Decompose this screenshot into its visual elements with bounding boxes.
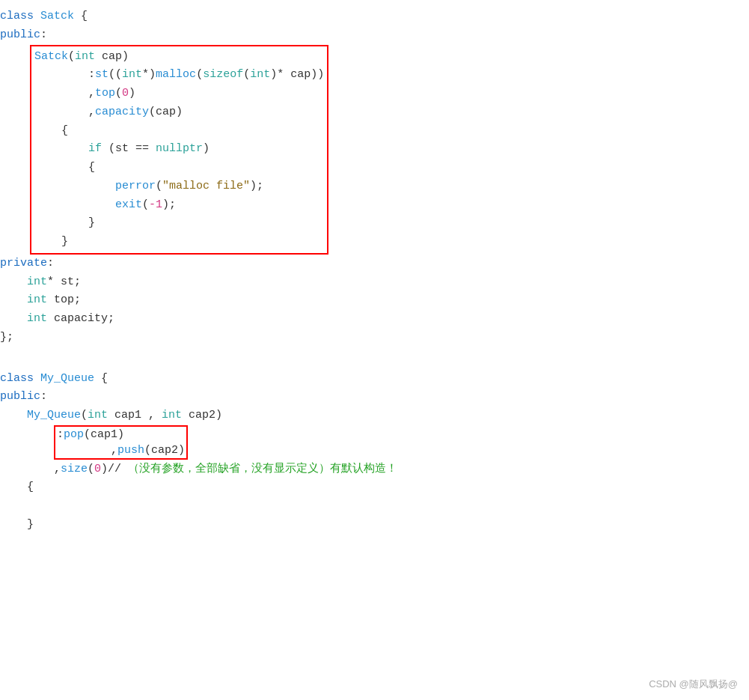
satck-class-block: class Satck { public: Satck(int cap) :st…: [0, 7, 749, 347]
code-container: class Satck { public: Satck(int cap) :st…: [0, 7, 749, 535]
satck-code: class Satck { public: Satck(int cap) :st…: [0, 7, 749, 347]
separator: [0, 347, 749, 370]
my-queue-code: class My_Queue { public: My_Queue(int ca…: [0, 370, 749, 535]
my-queue-class-block: class My_Queue { public: My_Queue(int ca…: [0, 370, 749, 535]
